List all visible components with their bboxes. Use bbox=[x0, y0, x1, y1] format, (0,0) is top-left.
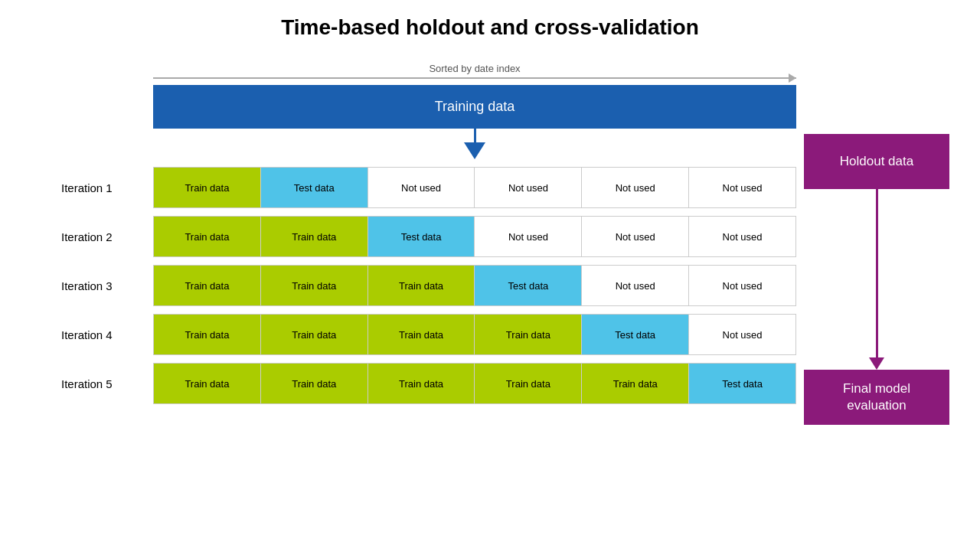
cell-train: Train data bbox=[154, 168, 261, 207]
iteration-row: Iteration 2Train dataTrain dataTest data… bbox=[61, 216, 796, 257]
cell-train: Train data bbox=[582, 364, 689, 403]
cell-unused: Not used bbox=[689, 315, 795, 354]
cell-test: Test data bbox=[582, 315, 689, 354]
cell-unused: Not used bbox=[475, 217, 582, 256]
cell-train: Train data bbox=[368, 364, 475, 403]
training-bar: Training data bbox=[153, 85, 796, 129]
iteration-label: Iteration 2 bbox=[61, 230, 153, 243]
vert-line bbox=[876, 189, 878, 357]
cell-train: Train data bbox=[261, 266, 368, 305]
iteration-label: Iteration 4 bbox=[61, 328, 153, 341]
cell-unused: Not used bbox=[582, 266, 689, 305]
iteration-row: Iteration 1Train dataTest dataNot usedNo… bbox=[61, 167, 796, 208]
down-arrow bbox=[464, 142, 485, 159]
cell-train: Train data bbox=[475, 364, 582, 403]
cell-unused: Not used bbox=[689, 168, 795, 207]
cell-test: Test data bbox=[261, 168, 368, 207]
cell-test: Test data bbox=[689, 364, 795, 403]
iteration-label: Iteration 5 bbox=[61, 377, 153, 390]
cell-train: Train data bbox=[261, 217, 368, 256]
iteration-cells: Train dataTrain dataTrain dataTrain data… bbox=[153, 314, 796, 355]
cell-train: Train data bbox=[154, 266, 261, 305]
iteration-row: Iteration 3Train dataTrain dataTrain dat… bbox=[61, 265, 796, 306]
iteration-label: Iteration 3 bbox=[61, 279, 153, 292]
cell-test: Test data bbox=[475, 266, 582, 305]
iteration-cells: Train dataTrain dataTrain dataTest dataN… bbox=[153, 265, 796, 306]
cell-train: Train data bbox=[475, 315, 582, 354]
iteration-row: Iteration 4Train dataTrain dataTrain dat… bbox=[61, 314, 796, 355]
final-eval-box: Final model evaluation bbox=[804, 370, 949, 425]
sorted-label: Sorted by date index bbox=[153, 63, 796, 74]
cell-unused: Not used bbox=[582, 217, 689, 256]
cell-train: Train data bbox=[154, 217, 261, 256]
cell-unused: Not used bbox=[368, 168, 475, 207]
cell-test: Test data bbox=[368, 217, 475, 256]
vert-arrowhead bbox=[869, 357, 884, 370]
page: Time-based holdout and cross-validation … bbox=[0, 0, 980, 545]
horizontal-arrow-row bbox=[153, 77, 796, 79]
iterations-section: Iteration 1Train dataTest dataNot usedNo… bbox=[61, 167, 796, 404]
down-arrow-container bbox=[153, 129, 796, 159]
page-title: Time-based holdout and cross-validation bbox=[31, 15, 949, 40]
cell-train: Train data bbox=[368, 266, 475, 305]
cell-train: Train data bbox=[261, 364, 368, 403]
cell-unused: Not used bbox=[582, 168, 689, 207]
cell-train: Train data bbox=[261, 315, 368, 354]
iteration-cells: Train dataTrain dataTest dataNot usedNot… bbox=[153, 216, 796, 257]
iteration-row: Iteration 5Train dataTrain dataTrain dat… bbox=[61, 363, 796, 404]
date-arrow bbox=[153, 77, 796, 79]
iteration-cells: Train dataTest dataNot usedNot usedNot u… bbox=[153, 167, 796, 208]
cell-train: Train data bbox=[368, 315, 475, 354]
cell-unused: Not used bbox=[475, 168, 582, 207]
holdout-bar: Holdout data bbox=[804, 134, 949, 189]
cell-train: Train data bbox=[154, 364, 261, 403]
cell-train: Train data bbox=[154, 315, 261, 354]
cell-unused: Not used bbox=[689, 217, 795, 256]
vertical-arrow bbox=[804, 189, 949, 370]
right-side: Holdout data Final model evaluation bbox=[804, 134, 949, 425]
iteration-label: Iteration 1 bbox=[61, 181, 153, 194]
iteration-cells: Train dataTrain dataTrain dataTrain data… bbox=[153, 363, 796, 404]
cell-unused: Not used bbox=[689, 266, 795, 305]
